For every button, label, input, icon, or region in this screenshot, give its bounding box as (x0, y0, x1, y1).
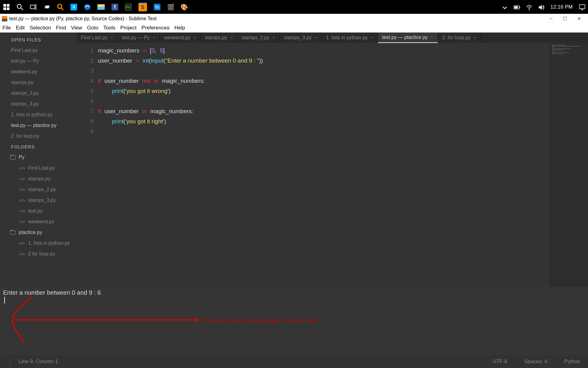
open-file-item[interactable]: 1. lists in python.py (11, 112, 77, 117)
build-output-console[interactable]: Enter a number between 0 and 9 : 6 I hit… (0, 287, 588, 355)
svg-rect-15 (514, 6, 518, 8)
folder-file-item[interactable]: </>test.py (19, 208, 77, 214)
taskbar-clock[interactable]: 12:16 PM (550, 4, 573, 10)
maximize-button[interactable]: ☐ (563, 16, 567, 21)
explorer-icon[interactable] (97, 4, 105, 10)
close-icon[interactable]: × (273, 35, 275, 40)
svg-rect-6 (30, 5, 35, 9)
battery-icon[interactable] (514, 4, 520, 10)
tab[interactable]: stamps.py× (201, 33, 237, 43)
code-content[interactable]: magic_numbers = [3, 5] user_number = int… (98, 43, 550, 287)
notification-icon[interactable] (579, 4, 585, 10)
open-file-item[interactable]: test.py — Py (11, 58, 77, 64)
svg-rect-3 (7, 7, 9, 10)
folder-item[interactable]: Py (10, 155, 77, 160)
open-file-item[interactable]: test.py — ptactice py (11, 123, 77, 128)
folder-file-item[interactable]: </>2 for loop py (19, 251, 77, 257)
menu-project[interactable]: Project (120, 25, 137, 31)
tab[interactable]: Find Last.py× (77, 33, 118, 43)
annotation-arrow (3, 295, 199, 344)
pycharm-icon[interactable]: PC (125, 4, 132, 10)
tab[interactable]: test.py — Py× (118, 33, 160, 43)
close-icon[interactable]: × (153, 35, 155, 40)
annotation-text: I hit enter and cursor going to the next… (202, 316, 317, 324)
search-icon[interactable] (17, 4, 23, 10)
folder-icon (10, 155, 16, 159)
code-file-icon: </> (19, 241, 25, 246)
close-icon[interactable]: × (194, 35, 196, 40)
folder-file-item[interactable]: </>Find Last.py (19, 165, 77, 171)
folder-file-item[interactable]: </>stamps.py (19, 176, 77, 182)
close-icon[interactable]: × (111, 35, 113, 40)
volume-icon[interactable] (538, 4, 544, 10)
folder-file-item[interactable]: </>1. lists in python.py (19, 240, 77, 246)
menu-help[interactable]: Help (174, 25, 185, 31)
wifi-icon[interactable] (526, 4, 532, 10)
movies-icon[interactable]: 🎬 (167, 4, 174, 10)
open-file-item[interactable]: Find Last.py (11, 48, 77, 53)
tab[interactable]: test.py — ptactice py× (378, 33, 438, 43)
facebook-icon[interactable]: f (111, 4, 118, 10)
taskbar-right: 12:16 PM (501, 4, 585, 10)
menu-find[interactable]: Find (56, 25, 66, 31)
chevron-up-icon[interactable] (501, 4, 507, 10)
svg-line-5 (21, 8, 23, 10)
app-icon-1[interactable]: 📨 (43, 4, 50, 10)
svg-point-4 (17, 4, 21, 8)
taskview-icon[interactable] (30, 4, 37, 10)
status-spaces[interactable]: Spaces: 4 (524, 358, 547, 365)
minimize-button[interactable]: ─ (549, 16, 552, 21)
close-button[interactable]: ✕ (577, 16, 581, 21)
line-gutter: 123 456 789 (77, 43, 98, 287)
app-icon-2[interactable] (57, 4, 64, 10)
open-file-item[interactable]: stamps.py (11, 80, 77, 85)
open-file-item[interactable]: stamps_2.py (11, 90, 77, 96)
tab[interactable]: stamps_2.py× (237, 33, 280, 43)
menu-selection[interactable]: Selection (30, 25, 51, 31)
close-icon[interactable]: × (230, 35, 233, 40)
start-icon[interactable] (3, 4, 10, 10)
tab[interactable]: stamps_3.py× (280, 33, 322, 43)
minimap[interactable] (550, 43, 588, 287)
menu-preferences[interactable]: Preferences (141, 25, 170, 31)
folder-item[interactable]: ptactice py (10, 230, 77, 235)
editor-area: Find Last.py× test.py — Py× weekend.py× … (77, 33, 588, 287)
sidebar: OPEN FILES Find Last.py test.py — Py wee… (0, 33, 77, 287)
workspace: OPEN FILES Find Last.py test.py — Py wee… (0, 33, 588, 287)
svg-point-16 (529, 9, 530, 10)
tab[interactable]: 1. lists in python.py× (322, 33, 378, 43)
store-icon[interactable]: 🛍 (154, 4, 160, 10)
status-language[interactable]: Python (564, 358, 580, 365)
sublime-taskbar-icon[interactable]: S (138, 3, 147, 11)
folder-icon (10, 231, 16, 235)
window-controls: ─ ☐ ✕ (549, 16, 588, 21)
close-icon[interactable]: × (473, 35, 476, 40)
open-file-item[interactable]: stamps_3.py (11, 101, 77, 107)
folder-file-item[interactable]: </>stamps_2.py (19, 187, 77, 192)
tab[interactable]: weekend.py× (160, 33, 201, 43)
folder-file-item[interactable]: </>weekend.py (19, 219, 77, 224)
svg-rect-14 (519, 6, 520, 8)
app-icon-3[interactable]: S (70, 4, 77, 10)
menu-file[interactable]: File (2, 25, 11, 31)
paint-icon[interactable]: 🎨 (181, 4, 187, 10)
close-icon[interactable]: × (371, 35, 373, 40)
menu-tools[interactable]: Tools (103, 25, 115, 31)
close-icon[interactable]: × (315, 35, 317, 40)
edge-icon[interactable] (84, 4, 91, 10)
svg-marker-17 (539, 5, 542, 10)
code-pane[interactable]: 123 456 789 magic_numbers = [3, 5] user_… (77, 43, 588, 287)
status-cursor-pos[interactable]: Line 9, Column 1 (19, 358, 58, 365)
tab[interactable]: 2. for loop.py× (438, 33, 481, 43)
menu-view[interactable]: View (71, 25, 82, 31)
menu-edit[interactable]: Edit (16, 25, 24, 31)
menu-dots-icon[interactable]: ⋮ (8, 358, 13, 365)
folder-file-item[interactable]: </>stamps_3.py (19, 197, 77, 203)
menu-goto[interactable]: Goto (87, 25, 98, 31)
svg-rect-18 (579, 5, 585, 9)
code-file-icon: </> (19, 177, 25, 181)
open-file-item[interactable]: weekend.py (11, 69, 77, 75)
close-icon[interactable]: × (431, 35, 433, 40)
status-encoding[interactable]: UTF-8 (492, 358, 507, 365)
open-file-item[interactable]: 2. for loop.py (11, 133, 77, 139)
